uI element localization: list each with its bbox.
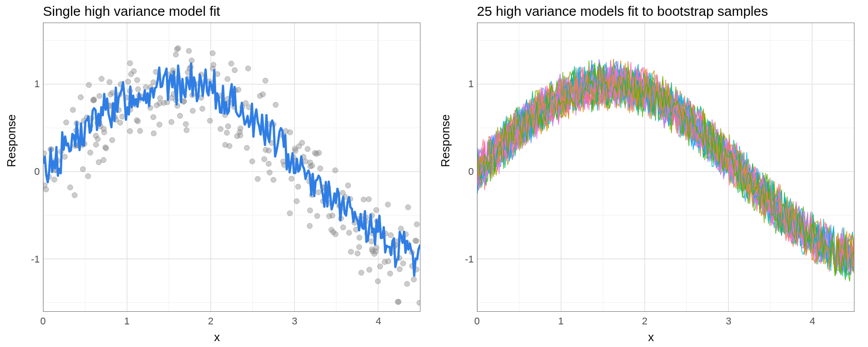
svg-point-87 — [307, 223, 312, 229]
svg-point-261 — [315, 213, 320, 219]
svg-point-62 — [63, 120, 69, 125]
svg-point-117 — [43, 150, 47, 156]
svg-point-159 — [151, 80, 156, 85]
svg-point-155 — [200, 106, 205, 112]
svg-point-296 — [190, 108, 195, 113]
svg-point-104 — [184, 127, 189, 133]
svg-point-150 — [151, 114, 156, 120]
svg-point-188 — [414, 221, 420, 227]
svg-point-223 — [333, 168, 338, 173]
svg-point-271 — [238, 133, 243, 138]
x-tick-label: 1 — [558, 315, 563, 327]
svg-point-259 — [157, 122, 162, 127]
plot-svg-left — [43, 23, 420, 311]
svg-point-124 — [169, 119, 174, 125]
svg-point-278 — [368, 239, 374, 244]
svg-point-196 — [382, 259, 387, 265]
svg-point-180 — [361, 197, 366, 202]
x-tick-label: 0 — [474, 315, 480, 327]
svg-point-112 — [398, 226, 404, 231]
svg-point-158 — [88, 150, 93, 155]
y-tick-label: -1 — [13, 253, 40, 265]
svg-point-230 — [273, 102, 278, 108]
svg-point-237 — [367, 267, 372, 272]
svg-point-164 — [143, 84, 148, 90]
svg-point-51 — [385, 202, 391, 207]
svg-point-203 — [309, 163, 315, 169]
svg-point-212 — [85, 174, 91, 179]
svg-point-32 — [250, 159, 255, 164]
x-axis-label-right: x — [648, 330, 654, 344]
svg-point-294 — [340, 190, 345, 196]
svg-point-218 — [109, 137, 115, 143]
svg-point-209 — [307, 208, 313, 213]
svg-point-251 — [154, 103, 160, 108]
svg-point-85 — [157, 95, 163, 101]
y-tick-label: 0 — [447, 166, 474, 178]
svg-point-301 — [107, 80, 112, 85]
svg-point-295 — [232, 67, 237, 73]
svg-point-167 — [373, 207, 379, 213]
svg-point-140 — [151, 131, 156, 136]
svg-point-38 — [127, 128, 132, 134]
svg-point-211 — [238, 126, 243, 131]
svg-point-210 — [359, 270, 364, 276]
svg-point-266 — [177, 113, 183, 118]
svg-point-173 — [267, 170, 272, 175]
svg-point-76 — [375, 278, 381, 284]
svg-point-165 — [314, 151, 319, 156]
right-panel: 25 high variance models fit to bootstrap… — [434, 0, 868, 347]
svg-point-37 — [99, 76, 104, 82]
svg-point-298 — [86, 82, 92, 88]
svg-point-154 — [78, 94, 84, 100]
svg-point-81 — [224, 130, 230, 136]
svg-point-239 — [119, 114, 125, 119]
svg-point-204 — [316, 190, 321, 195]
x-tick-label: 2 — [642, 315, 647, 327]
x-tick-label: 3 — [726, 315, 731, 327]
svg-point-49 — [229, 61, 234, 66]
svg-point-31 — [406, 205, 411, 210]
y-tick-label: 1 — [447, 78, 474, 90]
svg-point-281 — [388, 232, 393, 238]
svg-point-192 — [345, 183, 351, 188]
svg-point-220 — [90, 98, 96, 103]
svg-point-178 — [93, 142, 99, 147]
plot-title-left: Single high variance model fit — [43, 4, 220, 19]
svg-point-302 — [333, 231, 338, 237]
svg-point-126 — [70, 107, 75, 113]
x-tick-label: 0 — [40, 315, 46, 327]
svg-point-110 — [271, 177, 276, 183]
svg-point-106 — [131, 69, 137, 74]
svg-point-182 — [289, 176, 294, 182]
svg-point-235 — [330, 213, 335, 218]
svg-point-163 — [137, 128, 143, 134]
plot-svg-right — [477, 23, 854, 311]
svg-point-108 — [287, 211, 292, 216]
x-axis-label-left: x — [214, 330, 220, 344]
svg-point-145 — [387, 271, 393, 276]
svg-point-297 — [257, 93, 263, 98]
svg-point-162 — [295, 184, 301, 189]
svg-point-267 — [293, 148, 298, 154]
svg-point-197 — [266, 161, 271, 166]
x-tick-label: 3 — [292, 315, 297, 327]
svg-point-227 — [280, 159, 286, 164]
svg-point-269 — [305, 146, 310, 152]
svg-point-312 — [175, 46, 181, 51]
svg-point-288 — [95, 136, 100, 142]
svg-point-67 — [397, 267, 402, 272]
svg-point-101 — [186, 48, 192, 54]
svg-point-93 — [135, 86, 141, 92]
svg-point-63 — [80, 166, 85, 172]
svg-point-274 — [266, 148, 272, 153]
svg-point-170 — [404, 281, 410, 286]
svg-point-133 — [411, 277, 416, 282]
svg-point-179 — [366, 197, 372, 202]
svg-point-66 — [127, 61, 133, 66]
svg-point-276 — [97, 94, 102, 99]
plot-area-left — [43, 23, 420, 312]
y-tick-label: 0 — [13, 166, 40, 178]
svg-point-280 — [101, 157, 106, 163]
y-axis-label-right: Response — [439, 114, 453, 167]
